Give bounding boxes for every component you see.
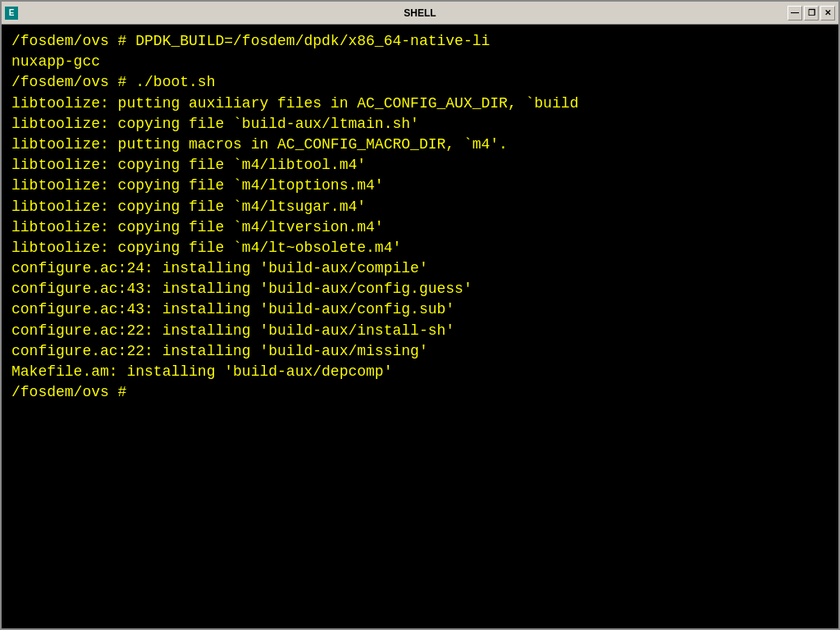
minimize-button[interactable]: — (788, 6, 802, 21)
app-icon: E (5, 7, 18, 20)
shell-window: E SHELL — ❐ ✕ /fosdem/ovs # DPDK_BUILD=/… (0, 0, 840, 630)
titlebar: E SHELL — ❐ ✕ (2, 2, 838, 25)
restore-button[interactable]: ❐ (804, 6, 819, 21)
window-title: SHELL (404, 7, 436, 19)
terminal-area[interactable]: /fosdem/ovs # DPDK_BUILD=/fosdem/dpdk/x8… (2, 25, 838, 628)
titlebar-left: E (5, 7, 18, 20)
terminal-output: /fosdem/ovs # DPDK_BUILD=/fosdem/dpdk/x8… (11, 31, 829, 403)
close-button[interactable]: ✕ (820, 6, 835, 21)
window-controls: — ❐ ✕ (788, 6, 835, 21)
